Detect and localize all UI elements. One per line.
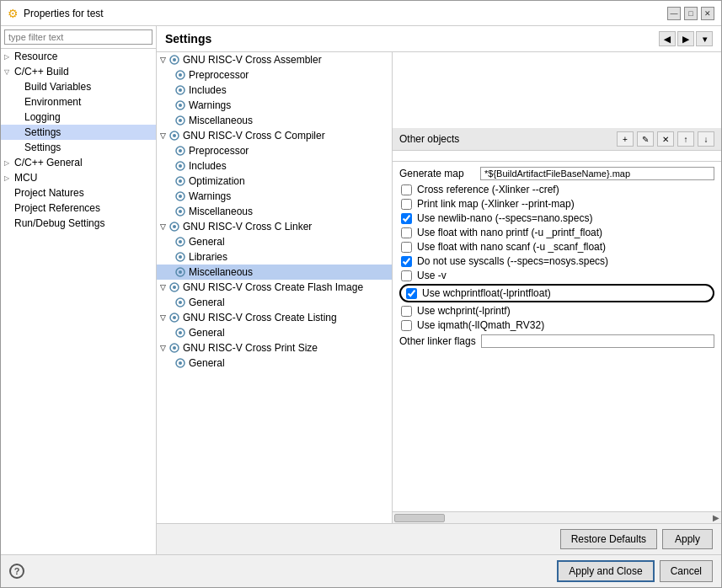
tree-item-run-debug[interactable]: Run/Debug Settings	[1, 216, 156, 231]
svg-point-7	[179, 104, 182, 107]
gear-icon	[168, 312, 181, 323]
apply-close-button[interactable]: Apply and Close	[557, 560, 654, 582]
cross-ref-checkbox[interactable]	[401, 184, 412, 195]
close-button[interactable]: ✕	[701, 7, 714, 20]
no-syscalls-checkbox[interactable]	[401, 256, 412, 267]
tr-item-gnu-c-compiler[interactable]: ▽ GNU RISC-V Cross C Compiler	[157, 128, 392, 143]
filter-input[interactable]	[4, 29, 152, 45]
gear-icon	[174, 115, 187, 126]
checkbox-print-map: Print link map (-Xlinker --print-map)	[399, 198, 714, 210]
gear-icon	[174, 175, 187, 187]
tr-item-misc-asm[interactable]: Miscellaneous	[157, 113, 392, 128]
maximize-button[interactable]: □	[684, 7, 698, 20]
svg-point-3	[179, 73, 182, 77]
gear-icon	[174, 99, 187, 111]
horizontal-scrollbar[interactable]: ▶	[393, 511, 721, 523]
print-map-label: Print link map (-Xlinker --print-map)	[417, 198, 575, 210]
tr-label: Warnings	[189, 190, 231, 202]
generate-map-input[interactable]	[480, 167, 714, 180]
tr-item-gnu-flash[interactable]: ▽ GNU RISC-V Cross Create Flash Image	[157, 280, 392, 295]
arrow-icon: ▽	[160, 283, 166, 291]
tr-item-gnu-assembler[interactable]: ▽ GNU RISC-V Cross Assembler	[157, 52, 392, 67]
tr-item-general-flash[interactable]: General	[157, 295, 392, 310]
nav-dropdown-button[interactable]: ▾	[696, 31, 713, 46]
gear-icon	[174, 206, 187, 217]
tree-item-logging[interactable]: Logging	[1, 110, 156, 125]
print-map-checkbox[interactable]	[401, 199, 412, 210]
float-printf-label: Use float with nano printf (-u _printf_f…	[417, 227, 602, 238]
nav-back-button[interactable]: ◀	[659, 31, 676, 46]
edit-object-button[interactable]: ✎	[637, 131, 654, 147]
tr-item-general-print[interactable]: General	[157, 355, 392, 371]
cancel-button[interactable]: Cancel	[660, 560, 713, 582]
help-button[interactable]: ?	[9, 564, 24, 579]
tr-item-includes-cc[interactable]: Includes	[157, 158, 392, 174]
tr-label: Warnings	[189, 99, 231, 111]
tree-item-mcu[interactable]: ▷ MCU	[1, 170, 156, 185]
tree-item-environment[interactable]: Environment	[1, 94, 156, 110]
svg-point-9	[179, 119, 182, 122]
tree-item-cpp-general[interactable]: ▷ C/C++ General	[1, 155, 156, 170]
tr-item-optimization-cc[interactable]: Optimization	[157, 174, 392, 189]
tree-item-resource[interactable]: ▷ Resource	[1, 49, 156, 64]
gear-icon	[174, 190, 187, 202]
tr-item-misc-linker[interactable]: Miscellaneous	[157, 265, 392, 280]
tree-item-project-references[interactable]: Project References	[1, 200, 156, 216]
svg-point-29	[179, 270, 182, 274]
move-down-button[interactable]: ↓	[698, 131, 714, 147]
tr-label: GNU RISC-V Cross Assembler	[183, 54, 322, 66]
tree-item-label: Logging	[24, 111, 152, 123]
wchprintfloat-checkbox[interactable]	[406, 288, 417, 299]
tree-item-cpp-build[interactable]: ▽ C/C++ Build	[1, 64, 156, 79]
arrow-icon: ▽	[160, 56, 166, 64]
checkbox-cross-ref: Cross reference (-Xlinker --cref)	[399, 184, 714, 195]
other-linker-flags-input[interactable]	[481, 334, 714, 348]
settings-title: Settings	[165, 32, 211, 45]
restore-defaults-button[interactable]: Restore Defaults	[560, 529, 657, 549]
tree-item-project-natures[interactable]: Project Natures	[1, 185, 156, 200]
options-top: Other objects + ✎ ✕ ↑ ↓	[393, 52, 721, 162]
left-tree: ▷ Resource ▽ C/C++ Build Build Variables…	[1, 49, 156, 554]
tree-item-tool-chain-editor[interactable]: Settings	[1, 140, 156, 155]
tr-item-gnu-c-linker[interactable]: ▽ GNU RISC-V Cross C Linker	[157, 219, 392, 234]
tree-item-label: Project References	[14, 202, 152, 214]
tree-item-build-variables[interactable]: Build Variables	[1, 79, 156, 94]
window-icon: ⚙	[8, 7, 19, 20]
add-object-button[interactable]: +	[617, 131, 634, 147]
delete-object-button[interactable]: ✕	[657, 131, 674, 147]
minimize-button[interactable]: —	[667, 7, 681, 20]
tr-item-warnings-asm[interactable]: Warnings	[157, 98, 392, 113]
tr-item-general-linker[interactable]: General	[157, 234, 392, 249]
scroll-thumb[interactable]	[394, 514, 445, 522]
tr-item-gnu-listing[interactable]: ▽ GNU RISC-V Cross Create Listing	[157, 310, 392, 325]
iqmath-checkbox[interactable]	[401, 320, 412, 331]
move-up-button[interactable]: ↑	[677, 131, 694, 147]
tr-item-warnings-cc[interactable]: Warnings	[157, 189, 392, 204]
tree-item-label: Settings	[24, 142, 152, 153]
tr-item-gnu-print-size[interactable]: ▽ GNU RISC-V Cross Print Size	[157, 340, 392, 355]
tr-item-libraries-linker[interactable]: Libraries	[157, 249, 392, 265]
wchprintf-checkbox[interactable]	[401, 306, 412, 317]
main-window: ⚙ Properties for test — □ ✕ ▷ Resource	[0, 0, 722, 588]
float-scanf-checkbox[interactable]	[401, 242, 412, 253]
use-verbose-checkbox[interactable]	[401, 270, 412, 281]
nav-forward-button[interactable]: ▶	[677, 31, 694, 46]
tr-item-preprocessor-cc[interactable]: Preprocessor	[157, 143, 392, 158]
main-split: ▽ GNU RISC-V Cross Assembler Preprocesso…	[157, 52, 721, 523]
tr-item-general-listing[interactable]: General	[157, 325, 392, 340]
checkbox-use-verbose: Use -v	[399, 270, 714, 281]
gear-icon	[174, 327, 187, 339]
svg-point-39	[173, 346, 176, 350]
apply-button[interactable]: Apply	[662, 529, 713, 549]
tr-item-preprocessor-asm[interactable]: Preprocessor	[157, 67, 392, 83]
filter-box	[1, 26, 156, 49]
tr-item-misc-cc[interactable]: Miscellaneous	[157, 204, 392, 219]
svg-point-13	[179, 149, 182, 152]
tree-item-settings[interactable]: Settings	[1, 125, 156, 140]
tr-label: Miscellaneous	[189, 266, 253, 278]
arrow-icon: ▽	[160, 313, 166, 322]
tree-item-label: Build Variables	[24, 81, 152, 93]
newlib-nano-checkbox[interactable]	[401, 213, 412, 224]
float-printf-checkbox[interactable]	[401, 227, 412, 238]
tr-item-includes-asm[interactable]: Includes	[157, 83, 392, 98]
